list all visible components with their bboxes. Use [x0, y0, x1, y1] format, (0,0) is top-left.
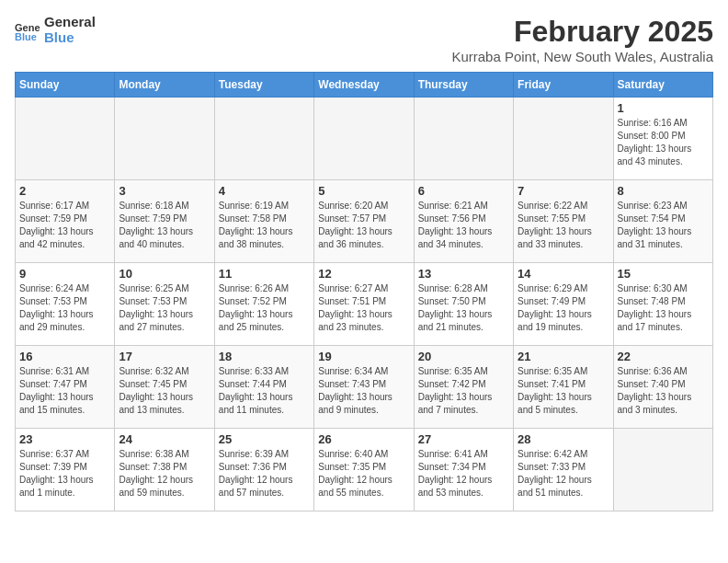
weekday-saturday: Saturday: [613, 73, 712, 98]
svg-text:Blue: Blue: [15, 31, 37, 40]
calendar-body: 1Sunrise: 6:16 AM Sunset: 8:00 PM Daylig…: [16, 98, 713, 511]
calendar-cell: 1Sunrise: 6:16 AM Sunset: 8:00 PM Daylig…: [613, 98, 712, 180]
calendar-cell: 18Sunrise: 6:33 AM Sunset: 7:44 PM Dayli…: [214, 346, 313, 429]
calendar: SundayMondayTuesdayWednesdayThursdayFrid…: [15, 72, 713, 511]
day-number: 14: [518, 267, 609, 281]
calendar-cell: 22Sunrise: 6:36 AM Sunset: 7:40 PM Dayli…: [613, 346, 712, 429]
calendar-cell: [115, 98, 214, 180]
calendar-cell: 21Sunrise: 6:35 AM Sunset: 7:41 PM Dayli…: [514, 346, 613, 429]
day-info: Sunrise: 6:34 AM Sunset: 7:43 PM Dayligh…: [318, 365, 409, 417]
day-info: Sunrise: 6:30 AM Sunset: 7:48 PM Dayligh…: [618, 282, 709, 334]
calendar-cell: [414, 98, 513, 180]
calendar-cell: 19Sunrise: 6:34 AM Sunset: 7:43 PM Dayli…: [314, 346, 414, 429]
calendar-cell: 20Sunrise: 6:35 AM Sunset: 7:42 PM Dayli…: [414, 346, 513, 429]
day-number: 6: [418, 184, 509, 198]
logo-text-general: General: [44, 15, 96, 30]
calendar-cell: [613, 429, 712, 511]
day-info: Sunrise: 6:36 AM Sunset: 7:40 PM Dayligh…: [618, 365, 709, 417]
day-number: 28: [518, 432, 609, 446]
day-info: Sunrise: 6:35 AM Sunset: 7:42 PM Dayligh…: [418, 365, 509, 417]
day-number: 19: [318, 350, 409, 363]
day-number: 25: [219, 432, 310, 446]
day-info: Sunrise: 6:23 AM Sunset: 7:54 PM Dayligh…: [618, 200, 709, 251]
day-number: 9: [19, 267, 110, 281]
day-info: Sunrise: 6:29 AM Sunset: 7:49 PM Dayligh…: [518, 282, 609, 334]
day-info: Sunrise: 6:38 AM Sunset: 7:38 PM Dayligh…: [119, 448, 210, 500]
calendar-cell: 11Sunrise: 6:26 AM Sunset: 7:52 PM Dayli…: [214, 263, 313, 346]
logo-text-blue: Blue: [44, 30, 96, 46]
day-number: 5: [318, 184, 409, 198]
calendar-cell: 8Sunrise: 6:23 AM Sunset: 7:54 PM Daylig…: [613, 180, 712, 263]
calendar-cell: 24Sunrise: 6:38 AM Sunset: 7:38 PM Dayli…: [115, 429, 214, 511]
logo-icon: General Blue: [15, 20, 40, 40]
day-number: 11: [219, 267, 310, 281]
title-area: February 2025 Kurraba Point, New South W…: [451, 15, 713, 64]
calendar-cell: 3Sunrise: 6:18 AM Sunset: 7:59 PM Daylig…: [115, 180, 214, 263]
day-number: 27: [418, 432, 509, 446]
day-number: 4: [219, 184, 310, 198]
day-info: Sunrise: 6:32 AM Sunset: 7:45 PM Dayligh…: [119, 365, 210, 417]
day-info: Sunrise: 6:35 AM Sunset: 7:41 PM Dayligh…: [518, 365, 609, 417]
calendar-cell: 23Sunrise: 6:37 AM Sunset: 7:39 PM Dayli…: [16, 429, 115, 511]
day-number: 2: [19, 184, 110, 198]
calendar-cell: 12Sunrise: 6:27 AM Sunset: 7:51 PM Dayli…: [314, 263, 414, 346]
weekday-wednesday: Wednesday: [314, 73, 414, 98]
day-number: 12: [318, 267, 409, 281]
weekday-friday: Friday: [514, 73, 613, 98]
calendar-cell: 15Sunrise: 6:30 AM Sunset: 7:48 PM Dayli…: [613, 263, 712, 346]
calendar-cell: [214, 98, 313, 180]
day-info: Sunrise: 6:22 AM Sunset: 7:55 PM Dayligh…: [518, 200, 609, 251]
calendar-cell: 28Sunrise: 6:42 AM Sunset: 7:33 PM Dayli…: [514, 429, 613, 511]
calendar-cell: 2Sunrise: 6:17 AM Sunset: 7:59 PM Daylig…: [16, 180, 115, 263]
day-info: Sunrise: 6:31 AM Sunset: 7:47 PM Dayligh…: [19, 365, 110, 417]
day-info: Sunrise: 6:39 AM Sunset: 7:36 PM Dayligh…: [219, 448, 310, 500]
day-info: Sunrise: 6:41 AM Sunset: 7:34 PM Dayligh…: [418, 448, 509, 500]
calendar-cell: 4Sunrise: 6:19 AM Sunset: 7:58 PM Daylig…: [214, 180, 313, 263]
day-info: Sunrise: 6:17 AM Sunset: 7:59 PM Dayligh…: [19, 200, 110, 251]
calendar-cell: 7Sunrise: 6:22 AM Sunset: 7:55 PM Daylig…: [514, 180, 613, 263]
day-info: Sunrise: 6:16 AM Sunset: 8:00 PM Dayligh…: [618, 117, 709, 168]
calendar-cell: [514, 98, 613, 180]
week-row: 9Sunrise: 6:24 AM Sunset: 7:53 PM Daylig…: [16, 263, 713, 346]
calendar-cell: 14Sunrise: 6:29 AM Sunset: 7:49 PM Dayli…: [514, 263, 613, 346]
week-row: 2Sunrise: 6:17 AM Sunset: 7:59 PM Daylig…: [16, 180, 713, 263]
day-number: 22: [618, 350, 709, 363]
day-number: 10: [119, 267, 210, 281]
day-info: Sunrise: 6:18 AM Sunset: 7:59 PM Dayligh…: [119, 200, 210, 251]
day-number: 20: [418, 350, 509, 363]
calendar-cell: 17Sunrise: 6:32 AM Sunset: 7:45 PM Dayli…: [115, 346, 214, 429]
day-info: Sunrise: 6:42 AM Sunset: 7:33 PM Dayligh…: [518, 448, 609, 500]
logo: General Blue General Blue: [15, 15, 96, 45]
day-info: Sunrise: 6:19 AM Sunset: 7:58 PM Dayligh…: [219, 200, 310, 251]
weekday-header-row: SundayMondayTuesdayWednesdayThursdayFrid…: [16, 73, 713, 98]
day-number: 8: [618, 184, 709, 198]
day-number: 21: [518, 350, 609, 363]
weekday-monday: Monday: [115, 73, 214, 98]
day-number: 3: [119, 184, 210, 198]
day-number: 16: [19, 350, 110, 363]
week-row: 1Sunrise: 6:16 AM Sunset: 8:00 PM Daylig…: [16, 98, 713, 180]
day-number: 1: [618, 101, 709, 115]
calendar-cell: 25Sunrise: 6:39 AM Sunset: 7:36 PM Dayli…: [214, 429, 313, 511]
calendar-cell: 10Sunrise: 6:25 AM Sunset: 7:53 PM Dayli…: [115, 263, 214, 346]
day-info: Sunrise: 6:20 AM Sunset: 7:57 PM Dayligh…: [318, 200, 409, 251]
day-number: 15: [618, 267, 709, 281]
weekday-sunday: Sunday: [16, 73, 115, 98]
day-info: Sunrise: 6:24 AM Sunset: 7:53 PM Dayligh…: [19, 282, 110, 334]
calendar-header: SundayMondayTuesdayWednesdayThursdayFrid…: [16, 73, 713, 98]
week-row: 16Sunrise: 6:31 AM Sunset: 7:47 PM Dayli…: [16, 346, 713, 429]
weekday-tuesday: Tuesday: [214, 73, 313, 98]
day-number: 18: [219, 350, 310, 363]
subtitle: Kurraba Point, New South Wales, Australi…: [451, 49, 713, 64]
day-number: 17: [119, 350, 210, 363]
calendar-cell: 27Sunrise: 6:41 AM Sunset: 7:34 PM Dayli…: [414, 429, 513, 511]
main-title: February 2025: [451, 15, 713, 49]
day-info: Sunrise: 6:25 AM Sunset: 7:53 PM Dayligh…: [119, 282, 210, 334]
day-number: 24: [119, 432, 210, 446]
day-number: 23: [19, 432, 110, 446]
calendar-cell: 26Sunrise: 6:40 AM Sunset: 7:35 PM Dayli…: [314, 429, 414, 511]
day-info: Sunrise: 6:27 AM Sunset: 7:51 PM Dayligh…: [318, 282, 409, 334]
calendar-cell: [16, 98, 115, 180]
calendar-cell: 16Sunrise: 6:31 AM Sunset: 7:47 PM Dayli…: [16, 346, 115, 429]
day-info: Sunrise: 6:26 AM Sunset: 7:52 PM Dayligh…: [219, 282, 310, 334]
